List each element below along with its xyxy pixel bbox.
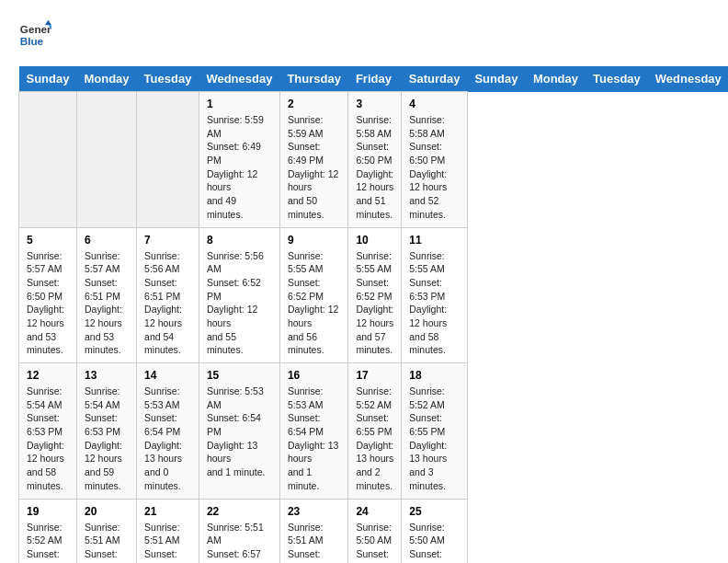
day-info-line: Daylight: 12 hours: [409, 168, 447, 193]
day-number: 18: [409, 369, 460, 382]
day-number: 10: [356, 234, 393, 247]
day-info-line: Sunset: 6:50 PM: [409, 141, 445, 166]
day-number: 8: [207, 234, 272, 247]
day-info: Sunrise: 5:50 AMSunset: 6:58 PMDaylight:…: [409, 521, 460, 564]
day-info: Sunrise: 5:56 AMSunset: 6:51 PMDaylight:…: [144, 249, 191, 358]
day-number: 25: [409, 505, 460, 518]
day-info-line: Daylight: 12 hours: [144, 304, 182, 328]
calendar-cell: 14Sunrise: 5:53 AMSunset: 6:54 PMDayligh…: [137, 363, 199, 500]
calendar-cell: 21Sunrise: 5:51 AMSunset: 6:56 PMDayligh…: [137, 499, 199, 563]
day-number: 22: [207, 505, 272, 518]
day-info-line: Sunset: 6:58 PM: [356, 548, 392, 563]
day-info-line: Sunset: 6:51 PM: [85, 277, 120, 302]
day-of-week-header: Friday: [348, 66, 402, 92]
day-info: Sunrise: 5:59 AMSunset: 6:49 PMDaylight:…: [207, 113, 272, 222]
day-info-line: Sunrise: 5:59 AM: [288, 114, 324, 139]
day-info: Sunrise: 5:56 AMSunset: 6:52 PMDaylight:…: [207, 249, 272, 358]
day-info: Sunrise: 5:59 AMSunset: 6:49 PMDaylight:…: [288, 113, 341, 222]
day-info-line: Daylight: 12 hours: [409, 304, 447, 328]
day-of-week-header: Tuesday: [586, 66, 648, 92]
day-info-line: Daylight: 13 hours: [288, 440, 338, 465]
calendar-cell: 15Sunrise: 5:53 AMSunset: 6:54 PMDayligh…: [199, 363, 279, 500]
day-info-line: Sunrise: 5:59 AM: [207, 114, 264, 139]
day-info-line: Daylight: 12 hours: [207, 304, 257, 328]
day-info-line: Sunset: 6:54 PM: [288, 412, 324, 437]
calendar-cell: 19Sunrise: 5:52 AMSunset: 6:56 PMDayligh…: [19, 499, 77, 563]
day-info-line: Sunset: 6:56 PM: [144, 548, 180, 563]
day-info-line: Daylight: 12 hours: [356, 168, 393, 193]
day-number: 19: [27, 505, 69, 518]
day-info-line: Daylight: 13 hours: [356, 440, 393, 465]
calendar-cell: 25Sunrise: 5:50 AMSunset: 6:58 PMDayligh…: [402, 499, 468, 563]
day-info-line: and 59 minutes.: [85, 466, 121, 491]
day-info-line: Sunset: 6:50 PM: [356, 141, 392, 166]
day-info-line: Sunrise: 5:50 AM: [356, 522, 392, 546]
day-info-line: and 58 minutes.: [409, 331, 446, 356]
day-info-line: Sunrise: 5:55 AM: [409, 250, 445, 275]
day-number: 11: [409, 234, 460, 247]
calendar-cell: 6Sunrise: 5:57 AMSunset: 6:51 PMDaylight…: [76, 227, 136, 363]
day-info-line: Sunset: 6:52 PM: [207, 277, 261, 302]
calendar-cell: 23Sunrise: 5:51 AMSunset: 6:57 PMDayligh…: [279, 499, 348, 563]
calendar-cell: 8Sunrise: 5:56 AMSunset: 6:52 PMDaylight…: [199, 227, 279, 363]
day-info: Sunrise: 5:51 AMSunset: 6:57 PMDaylight:…: [207, 521, 272, 564]
day-number: 6: [85, 234, 129, 247]
day-number: 13: [85, 369, 129, 382]
day-info-line: Sunrise: 5:52 AM: [356, 385, 392, 410]
svg-text:Blue: Blue: [20, 35, 44, 47]
day-info-line: and 51 minutes.: [356, 195, 392, 220]
calendar-week-row: 19Sunrise: 5:52 AMSunset: 6:56 PMDayligh…: [19, 499, 729, 563]
calendar-cell: [76, 92, 136, 228]
day-info-line: Sunrise: 5:55 AM: [288, 250, 324, 275]
day-info: Sunrise: 5:55 AMSunset: 6:53 PMDaylight:…: [409, 249, 460, 358]
day-info-line: Sunrise: 5:52 AM: [27, 522, 63, 546]
day-number: 5: [27, 234, 69, 247]
calendar-cell: 1Sunrise: 5:59 AMSunset: 6:49 PMDaylight…: [199, 92, 279, 228]
day-of-week-header: Saturday: [402, 66, 468, 92]
day-info-line: Daylight: 12 hours: [27, 304, 64, 328]
day-info-line: Sunrise: 5:56 AM: [207, 250, 264, 275]
calendar-cell: 12Sunrise: 5:54 AMSunset: 6:53 PMDayligh…: [19, 363, 77, 500]
calendar-week-row: 5Sunrise: 5:57 AMSunset: 6:50 PMDaylight…: [19, 227, 729, 363]
day-info: Sunrise: 5:51 AMSunset: 6:56 PMDaylight:…: [144, 521, 191, 564]
day-info-line: Sunrise: 5:53 AM: [207, 385, 264, 410]
page-header: General Blue: [18, 18, 710, 52]
day-info-line: Sunrise: 5:56 AM: [144, 250, 180, 275]
day-of-week-header: Thursday: [279, 66, 348, 92]
day-info-line: and 49 minutes.: [207, 195, 244, 220]
day-info-line: and 56 minutes.: [288, 331, 324, 356]
day-info-line: and 50 minutes.: [288, 195, 324, 220]
calendar-week-row: 12Sunrise: 5:54 AMSunset: 6:53 PMDayligh…: [19, 363, 729, 500]
day-info-line: Sunrise: 5:57 AM: [27, 250, 63, 275]
day-info-line: and 1 minute.: [288, 466, 319, 491]
day-info-line: Sunset: 6:56 PM: [27, 548, 63, 563]
day-info: Sunrise: 5:53 AMSunset: 6:54 PMDaylight:…: [144, 385, 191, 493]
day-number: 9: [288, 234, 341, 247]
day-info: Sunrise: 5:55 AMSunset: 6:52 PMDaylight:…: [288, 249, 341, 358]
calendar-table: SundayMondayTuesdayWednesdayThursdayFrid…: [18, 66, 728, 563]
day-number: 15: [207, 369, 272, 382]
day-info-line: Sunrise: 5:50 AM: [409, 522, 445, 546]
calendar-cell: 3Sunrise: 5:58 AMSunset: 6:50 PMDaylight…: [348, 92, 402, 228]
day-info-line: Sunrise: 5:51 AM: [85, 522, 120, 546]
day-info-line: Daylight: 13 hours: [144, 440, 182, 465]
day-info-line: Sunrise: 5:57 AM: [85, 250, 120, 275]
day-info-line: and 57 minutes.: [356, 331, 392, 356]
day-info-line: Sunset: 6:56 PM: [85, 548, 120, 563]
day-info-line: and 2 minutes.: [356, 466, 392, 491]
day-info-line: Daylight: 12 hours: [288, 168, 338, 193]
day-info-line: Daylight: 12 hours: [85, 304, 122, 328]
day-info-line: and 3 minutes.: [409, 466, 446, 491]
day-info-line: Sunset: 6:52 PM: [356, 277, 392, 302]
day-info-line: Sunset: 6:53 PM: [27, 412, 63, 437]
day-info: Sunrise: 5:53 AMSunset: 6:54 PMDaylight:…: [288, 385, 341, 493]
day-number: 4: [409, 98, 460, 110]
calendar-cell: 17Sunrise: 5:52 AMSunset: 6:55 PMDayligh…: [348, 363, 402, 500]
calendar-cell: 13Sunrise: 5:54 AMSunset: 6:53 PMDayligh…: [76, 363, 136, 500]
day-of-week-header: Tuesday: [137, 66, 199, 92]
calendar-cell: 11Sunrise: 5:55 AMSunset: 6:53 PMDayligh…: [402, 227, 468, 363]
day-info-line: and 53 minutes.: [27, 331, 63, 356]
day-info-line: Sunset: 6:50 PM: [27, 277, 63, 302]
day-info-line: Sunrise: 5:54 AM: [27, 385, 63, 410]
day-info-line: Sunset: 6:54 PM: [144, 412, 180, 437]
